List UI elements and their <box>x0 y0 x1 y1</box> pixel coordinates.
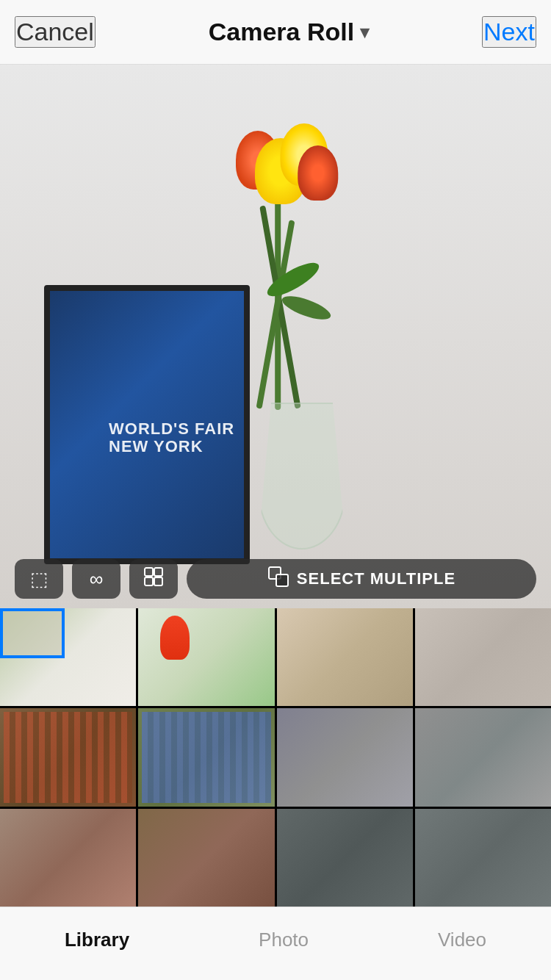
vase-decoration <box>258 403 346 550</box>
bottom-tab-bar: Library Photo Video <box>0 907 551 980</box>
grid-cell-7[interactable] <box>277 708 413 806</box>
preview-image: WORLD'S FAIRNew York <box>0 65 551 608</box>
svg-rect-0 <box>145 568 153 576</box>
chevron-down-icon: ▾ <box>360 22 369 43</box>
svg-rect-5 <box>276 574 288 586</box>
crop-icon: ⬚ <box>30 568 48 591</box>
tab-library[interactable]: Library <box>65 929 129 951</box>
grid-icon <box>143 566 164 592</box>
infinity-icon: ∞ <box>90 568 104 591</box>
tab-photo[interactable]: Photo <box>259 929 309 951</box>
tulip-orange-2 <box>298 145 338 201</box>
navigation-bar: Cancel Camera Roll ▾ Next <box>0 0 551 65</box>
tab-library-label: Library <box>65 929 129 951</box>
cancel-button[interactable]: Cancel <box>15 16 96 48</box>
boomerang-button[interactable]: ∞ <box>72 559 120 599</box>
grid-cell-10[interactable] <box>138 809 274 907</box>
grid-cell-2[interactable] <box>138 608 274 706</box>
photo-toolbar: ⬚ ∞ SELECT MULTIPLE <box>0 550 551 608</box>
grid-cell-5[interactable] <box>0 708 136 806</box>
grid-cell-11[interactable] <box>277 809 413 907</box>
svg-rect-2 <box>145 577 153 586</box>
select-multiple-icon <box>267 566 289 592</box>
tab-video-label: Video <box>438 929 486 951</box>
svg-rect-1 <box>154 568 162 576</box>
grid-cell-1[interactable] <box>0 608 136 706</box>
photo-preview: WORLD'S FAIRNew York ⬚ ∞ <box>0 65 551 608</box>
grid-cell-4[interactable] <box>415 608 551 706</box>
photo-grid <box>0 608 551 907</box>
select-multiple-button[interactable]: SELECT MULTIPLE <box>187 559 536 599</box>
grid-cell-3[interactable] <box>277 608 413 706</box>
grid-cell-8[interactable] <box>415 708 551 806</box>
svg-rect-3 <box>154 577 162 586</box>
poster-text: WORLD'S FAIRNew York <box>109 420 234 455</box>
album-title-label: Camera Roll <box>209 18 354 46</box>
tab-video[interactable]: Video <box>438 929 486 951</box>
grid-cell-12[interactable] <box>415 809 551 907</box>
next-button[interactable]: Next <box>482 16 536 48</box>
grid-cell-9[interactable] <box>0 809 136 907</box>
select-multiple-label: SELECT MULTIPLE <box>297 569 455 588</box>
poster-decoration: WORLD'S FAIRNew York <box>44 285 250 564</box>
grid-cell-6[interactable] <box>138 708 274 806</box>
crop-button[interactable]: ⬚ <box>15 559 63 599</box>
layout-button[interactable] <box>129 559 178 599</box>
album-picker[interactable]: Camera Roll ▾ <box>209 18 369 46</box>
tab-photo-label: Photo <box>259 929 309 951</box>
leaf-2 <box>279 292 333 325</box>
